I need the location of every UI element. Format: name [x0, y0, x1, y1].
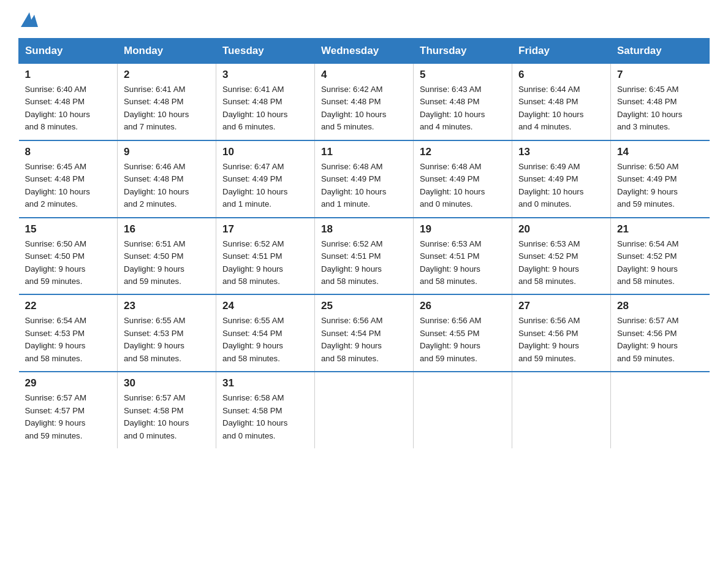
day-number: 8: [25, 146, 112, 158]
day-info: Sunrise: 6:45 AM Sunset: 4:48 PM Dayligh…: [617, 83, 703, 134]
calendar-cell: 14Sunrise: 6:50 AM Sunset: 4:49 PM Dayli…: [611, 140, 710, 218]
calendar-cell: 4Sunrise: 6:42 AM Sunset: 4:48 PM Daylig…: [315, 64, 414, 140]
day-number: 9: [124, 146, 210, 158]
day-info: Sunrise: 6:54 AM Sunset: 4:53 PM Dayligh…: [25, 315, 112, 365]
day-info: Sunrise: 6:43 AM Sunset: 4:48 PM Dayligh…: [420, 83, 506, 134]
calendar-cell: 24Sunrise: 6:55 AM Sunset: 4:54 PM Dayli…: [216, 294, 315, 372]
logo-flag-icon: [21, 12, 38, 27]
calendar-week-row: 8Sunrise: 6:45 AM Sunset: 4:48 PM Daylig…: [19, 140, 710, 218]
day-number: 11: [321, 146, 407, 158]
day-number: 28: [617, 300, 703, 312]
day-info: Sunrise: 6:57 AM Sunset: 4:58 PM Dayligh…: [124, 392, 210, 442]
day-number: 5: [420, 69, 506, 81]
calendar-cell: 26Sunrise: 6:56 AM Sunset: 4:55 PM Dayli…: [414, 294, 512, 372]
day-number: 15: [25, 223, 112, 236]
calendar-cell: [315, 372, 414, 448]
day-number: 4: [321, 69, 407, 81]
calendar-header-row: SundayMondayTuesdayWednesdayThursdayFrid…: [19, 39, 710, 64]
day-info: Sunrise: 6:50 AM Sunset: 4:50 PM Dayligh…: [25, 238, 112, 288]
calendar-cell: 10Sunrise: 6:47 AM Sunset: 4:49 PM Dayli…: [216, 140, 315, 218]
day-info: Sunrise: 6:56 AM Sunset: 4:55 PM Dayligh…: [420, 315, 506, 365]
day-number: 22: [25, 300, 112, 312]
calendar-cell: 5Sunrise: 6:43 AM Sunset: 4:48 PM Daylig…: [414, 64, 512, 140]
calendar-cell: 31Sunrise: 6:58 AM Sunset: 4:58 PM Dayli…: [216, 372, 315, 448]
calendar-cell: 12Sunrise: 6:48 AM Sunset: 4:49 PM Dayli…: [414, 140, 512, 218]
page-header: [18, 12, 710, 27]
day-info: Sunrise: 6:57 AM Sunset: 4:57 PM Dayligh…: [25, 392, 112, 442]
day-info: Sunrise: 6:53 AM Sunset: 4:52 PM Dayligh…: [518, 238, 604, 288]
calendar-cell: 29Sunrise: 6:57 AM Sunset: 4:57 PM Dayli…: [19, 372, 118, 448]
day-number: 27: [518, 300, 604, 312]
calendar-table: SundayMondayTuesdayWednesdayThursdayFrid…: [18, 38, 710, 448]
calendar-cell: 22Sunrise: 6:54 AM Sunset: 4:53 PM Dayli…: [19, 294, 118, 372]
calendar-cell: 2Sunrise: 6:41 AM Sunset: 4:48 PM Daylig…: [118, 64, 216, 140]
calendar-cell: 17Sunrise: 6:52 AM Sunset: 4:51 PM Dayli…: [216, 218, 315, 295]
day-info: Sunrise: 6:40 AM Sunset: 4:48 PM Dayligh…: [25, 83, 112, 134]
day-number: 26: [420, 300, 506, 312]
day-info: Sunrise: 6:47 AM Sunset: 4:49 PM Dayligh…: [222, 161, 308, 211]
day-number: 23: [124, 300, 210, 312]
day-number: 3: [222, 69, 308, 81]
day-number: 29: [25, 377, 112, 389]
calendar-cell: 11Sunrise: 6:48 AM Sunset: 4:49 PM Dayli…: [315, 140, 414, 218]
calendar-cell: 15Sunrise: 6:50 AM Sunset: 4:50 PM Dayli…: [19, 218, 118, 295]
calendar-cell: 9Sunrise: 6:46 AM Sunset: 4:48 PM Daylig…: [118, 140, 216, 218]
day-info: Sunrise: 6:57 AM Sunset: 4:56 PM Dayligh…: [617, 315, 703, 365]
day-number: 7: [617, 69, 703, 81]
calendar-cell: 1Sunrise: 6:40 AM Sunset: 4:48 PM Daylig…: [19, 64, 118, 140]
day-number: 6: [518, 69, 604, 81]
day-info: Sunrise: 6:48 AM Sunset: 4:49 PM Dayligh…: [321, 161, 407, 211]
day-info: Sunrise: 6:58 AM Sunset: 4:58 PM Dayligh…: [222, 392, 308, 442]
calendar-cell: 23Sunrise: 6:55 AM Sunset: 4:53 PM Dayli…: [118, 294, 216, 372]
day-number: 12: [420, 146, 506, 158]
day-number: 20: [518, 223, 604, 236]
day-number: 10: [222, 146, 308, 158]
calendar-cell: 19Sunrise: 6:53 AM Sunset: 4:51 PM Dayli…: [414, 218, 512, 295]
weekday-header-sunday: Sunday: [19, 39, 118, 64]
calendar-week-row: 22Sunrise: 6:54 AM Sunset: 4:53 PM Dayli…: [19, 294, 710, 372]
calendar-cell: 16Sunrise: 6:51 AM Sunset: 4:50 PM Dayli…: [118, 218, 216, 295]
day-info: Sunrise: 6:45 AM Sunset: 4:48 PM Dayligh…: [25, 161, 112, 211]
calendar-cell: 27Sunrise: 6:56 AM Sunset: 4:56 PM Dayli…: [512, 294, 611, 372]
day-number: 21: [617, 223, 703, 236]
day-info: Sunrise: 6:44 AM Sunset: 4:48 PM Dayligh…: [518, 83, 604, 134]
calendar-cell: 3Sunrise: 6:41 AM Sunset: 4:48 PM Daylig…: [216, 64, 315, 140]
day-info: Sunrise: 6:53 AM Sunset: 4:51 PM Dayligh…: [420, 238, 506, 288]
weekday-header-tuesday: Tuesday: [216, 39, 315, 64]
weekday-header-wednesday: Wednesday: [315, 39, 414, 64]
day-info: Sunrise: 6:51 AM Sunset: 4:50 PM Dayligh…: [124, 238, 210, 288]
day-number: 30: [124, 377, 210, 389]
calendar-cell: 28Sunrise: 6:57 AM Sunset: 4:56 PM Dayli…: [611, 294, 710, 372]
day-info: Sunrise: 6:48 AM Sunset: 4:49 PM Dayligh…: [420, 161, 506, 211]
day-info: Sunrise: 6:52 AM Sunset: 4:51 PM Dayligh…: [222, 238, 308, 288]
day-number: 19: [420, 223, 506, 236]
day-info: Sunrise: 6:42 AM Sunset: 4:48 PM Dayligh…: [321, 83, 407, 134]
day-number: 13: [518, 146, 604, 158]
day-number: 24: [222, 300, 308, 312]
day-number: 25: [321, 300, 407, 312]
calendar-cell: 8Sunrise: 6:45 AM Sunset: 4:48 PM Daylig…: [19, 140, 118, 218]
calendar-cell: 25Sunrise: 6:56 AM Sunset: 4:54 PM Dayli…: [315, 294, 414, 372]
day-info: Sunrise: 6:46 AM Sunset: 4:48 PM Dayligh…: [124, 161, 210, 211]
weekday-header-saturday: Saturday: [611, 39, 710, 64]
calendar-cell: [512, 372, 611, 448]
day-info: Sunrise: 6:55 AM Sunset: 4:53 PM Dayligh…: [124, 315, 210, 365]
day-info: Sunrise: 6:41 AM Sunset: 4:48 PM Dayligh…: [124, 83, 210, 134]
calendar-week-row: 15Sunrise: 6:50 AM Sunset: 4:50 PM Dayli…: [19, 218, 710, 295]
calendar-cell: [611, 372, 710, 448]
calendar-cell: 18Sunrise: 6:52 AM Sunset: 4:51 PM Dayli…: [315, 218, 414, 295]
day-number: 16: [124, 223, 210, 236]
calendar-cell: 21Sunrise: 6:54 AM Sunset: 4:52 PM Dayli…: [611, 218, 710, 295]
calendar-cell: [414, 372, 512, 448]
day-info: Sunrise: 6:41 AM Sunset: 4:48 PM Dayligh…: [222, 83, 308, 134]
logo: [18, 12, 38, 27]
day-info: Sunrise: 6:54 AM Sunset: 4:52 PM Dayligh…: [617, 238, 703, 288]
calendar-cell: 13Sunrise: 6:49 AM Sunset: 4:49 PM Dayli…: [512, 140, 611, 218]
calendar-cell: 30Sunrise: 6:57 AM Sunset: 4:58 PM Dayli…: [118, 372, 216, 448]
day-info: Sunrise: 6:52 AM Sunset: 4:51 PM Dayligh…: [321, 238, 407, 288]
day-info: Sunrise: 6:50 AM Sunset: 4:49 PM Dayligh…: [617, 161, 703, 211]
weekday-header-thursday: Thursday: [414, 39, 512, 64]
calendar-cell: 6Sunrise: 6:44 AM Sunset: 4:48 PM Daylig…: [512, 64, 611, 140]
day-number: 18: [321, 223, 407, 236]
day-number: 2: [124, 69, 210, 81]
